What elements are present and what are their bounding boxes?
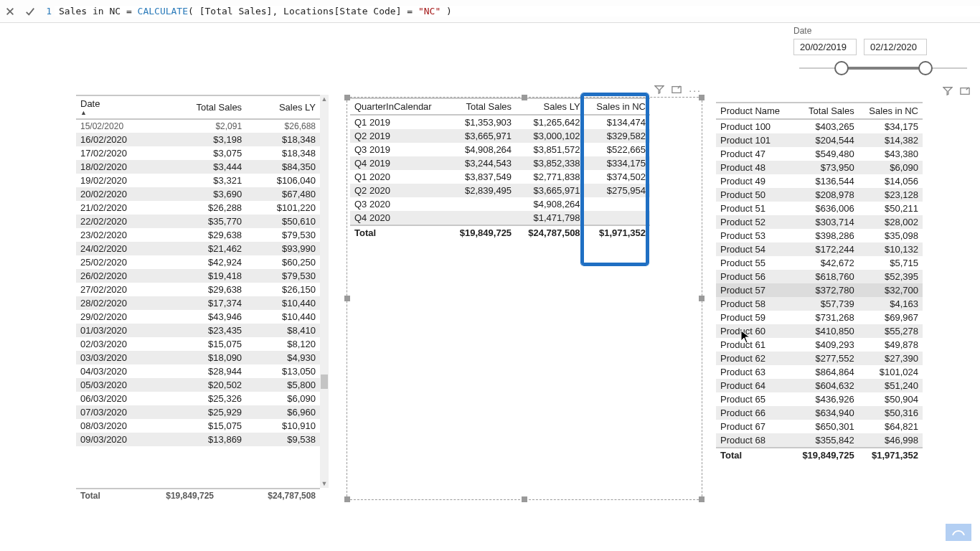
table-row[interactable]: Q1 2020$3,837,549$2,771,838$374,502 — [350, 170, 650, 184]
table-row[interactable]: Product 66$634,940$50,316 — [716, 406, 923, 420]
col-sales-ly[interactable]: Sales LY — [246, 95, 320, 119]
product-table[interactable]: Product Name Total Sales Sales in NC Pro… — [716, 102, 923, 462]
table-row[interactable]: 05/03/2020$20,502$5,800 — [76, 378, 320, 392]
cell-date: 04/03/2020 — [76, 364, 162, 378]
table-row[interactable]: Product 54$172,244$10,132 — [716, 242, 923, 256]
col-total-sales[interactable]: Total Sales — [162, 95, 246, 119]
col-product[interactable]: Product Name — [716, 103, 791, 119]
table-row[interactable]: Product 57$372,780$32,700 — [716, 283, 923, 297]
table-row[interactable]: 01/03/2020$23,435$8,410 — [76, 324, 320, 337]
table-row[interactable]: Product 53$398,286$35,098 — [716, 229, 923, 242]
table-row[interactable]: Q2 2019$3,665,971$3,000,102$329,582 — [350, 129, 650, 143]
focus-icon[interactable] — [672, 85, 682, 97]
table-row[interactable]: 28/02/2020$17,374$10,440 — [76, 296, 320, 310]
table-row[interactable]: 21/02/2020$26,288$101,220 — [76, 201, 320, 215]
table-row[interactable]: Q1 2019$1,353,903$1,265,642$134,474 — [350, 115, 650, 129]
product-table-visual[interactable]: Product Name Total Sales Sales in NC Pro… — [716, 102, 923, 537]
table-row[interactable]: Product 51$636,006$50,211 — [716, 202, 923, 215]
table-row[interactable]: 15/02/2020$2,091$26,688 — [76, 119, 320, 133]
table-row[interactable]: Product 56$618,760$52,395 — [716, 270, 923, 283]
table-row[interactable]: 03/03/2020$18,090$4,930 — [76, 351, 320, 364]
scroll-down-icon[interactable]: ▼ — [320, 479, 329, 488]
report-canvas[interactable]: Date 20/02/2019 02/12/2020 Date▲ Total S… — [0, 23, 980, 551]
table-row[interactable]: 22/02/2020$35,770$50,610 — [76, 215, 320, 228]
table-row[interactable]: 24/02/2020$21,462$93,990 — [76, 242, 320, 255]
date-slicer[interactable]: Date 20/02/2019 02/12/2020 — [793, 26, 973, 77]
col-date[interactable]: Date▲ — [76, 95, 162, 119]
table-row[interactable]: Q2 2020$2,839,495$3,665,971$275,954 — [350, 184, 650, 197]
table-row[interactable]: Product 65$436,926$50,904 — [716, 392, 923, 406]
col-total-sales[interactable]: Total Sales — [448, 98, 517, 115]
table-row[interactable]: Product 59$731,268$69,967 — [716, 311, 923, 324]
slicer-start-input[interactable]: 20/02/2019 — [793, 39, 857, 55]
slicer-handle-start[interactable] — [834, 61, 849, 75]
table-row[interactable]: 20/02/2020$3,690$67,480 — [76, 187, 320, 201]
slicer-handle-end[interactable] — [918, 61, 933, 75]
resize-handle[interactable] — [522, 496, 527, 502]
table-row[interactable]: 07/03/2020$25,929$6,960 — [76, 405, 320, 419]
table-row[interactable]: Product 58$57,739$4,163 — [716, 297, 923, 311]
table-row[interactable]: Product 100$403,265$34,175 — [716, 119, 923, 133]
table-row[interactable]: 06/03/2020$25,326$6,090 — [76, 392, 320, 405]
scroll-up-icon[interactable]: ▲ — [320, 95, 329, 103]
table-row[interactable]: 23/02/2020$29,638$79,530 — [76, 228, 320, 242]
filter-icon[interactable] — [943, 86, 953, 98]
table-row[interactable]: Product 62$277,552$27,390 — [716, 352, 923, 365]
table-row[interactable]: 27/02/2020$29,638$26,150 — [76, 283, 320, 296]
scroll-thumb[interactable] — [321, 375, 328, 389]
table-row[interactable]: Product 49$136,544$14,056 — [716, 174, 923, 188]
table-row[interactable]: Product 55$42,672$5,715 — [716, 256, 923, 270]
table-row[interactable]: Product 52$303,714$28,002 — [716, 215, 923, 229]
col-sales-nc[interactable]: Sales in NC — [859, 103, 923, 119]
table-row[interactable]: Product 60$410,850$55,278 — [716, 324, 923, 338]
table-row[interactable]: Product 68$355,842$46,998 — [716, 433, 923, 448]
table-row[interactable]: Product 67$650,301$64,821 — [716, 420, 923, 433]
cancel-formula-button[interactable] — [0, 0, 20, 23]
table-row[interactable]: 02/03/2020$15,075$8,120 — [76, 337, 320, 351]
slicer-track[interactable] — [799, 60, 967, 77]
table-row[interactable]: 26/02/2020$19,418$79,530 — [76, 269, 320, 283]
table-row[interactable]: 04/03/2020$28,944$13,050 — [76, 364, 320, 378]
table-row[interactable]: Q4 2019$3,244,543$3,852,338$334,175 — [350, 156, 650, 170]
table-row[interactable]: 16/02/2020$3,198$18,348 — [76, 133, 320, 146]
table-row[interactable]: Product 64$604,632$51,240 — [716, 379, 923, 392]
col-sales-ly[interactable]: Sales LY — [516, 98, 585, 115]
table-row[interactable]: Q3 2019$4,908,264$3,851,572$522,665 — [350, 143, 650, 156]
resize-handle[interactable] — [522, 95, 527, 100]
date-table-visual[interactable]: Date▲ Total Sales Sales LY 15/02/2020$2,… — [76, 95, 329, 505]
focus-icon[interactable] — [960, 86, 970, 98]
table-row[interactable]: Product 61$409,293$49,878 — [716, 338, 923, 352]
quarter-table[interactable]: QuarterInCalendar Total Sales Sales LY S… — [350, 98, 650, 240]
table-row[interactable]: 08/03/2020$15,075$10,910 — [76, 419, 320, 433]
resize-handle[interactable] — [699, 296, 705, 301]
table-row[interactable]: 09/03/2020$13,869$9,538 — [76, 433, 320, 446]
cell-date: 20/02/2020 — [76, 187, 162, 201]
slicer-end-input[interactable]: 02/12/2020 — [864, 39, 927, 55]
table-row[interactable]: 25/02/2020$42,924$60,250 — [76, 255, 320, 269]
table-row[interactable]: Q3 2020$4,908,264 — [350, 197, 650, 211]
table-row[interactable]: Product 47$549,480$43,380 — [716, 147, 923, 161]
date-table[interactable]: Date▲ Total Sales Sales LY 15/02/2020$2,… — [76, 95, 320, 446]
col-quarter[interactable]: QuarterInCalendar — [350, 98, 448, 115]
table-row[interactable]: Product 50$208,978$23,128 — [716, 188, 923, 202]
table-row[interactable]: Product 101$204,544$14,382 — [716, 133, 923, 147]
quarter-table-visual[interactable]: ··· QuarterInCalendar Total Sales Sales … — [347, 98, 702, 499]
filter-icon[interactable] — [654, 85, 664, 97]
resize-handle[interactable] — [344, 496, 350, 502]
resize-handle[interactable] — [344, 95, 350, 100]
table-row[interactable]: 18/02/2020$3,444$84,350 — [76, 160, 320, 174]
table-row[interactable]: 19/02/2020$3,321$106,040 — [76, 174, 320, 187]
table-row[interactable]: 17/02/2020$3,075$18,348 — [76, 146, 320, 160]
resize-handle[interactable] — [344, 296, 350, 301]
formula-input[interactable]: Sales in NC = CALCULATE( [Total Sales], … — [55, 6, 980, 17]
more-icon[interactable]: ··· — [689, 85, 702, 97]
resize-handle[interactable] — [699, 496, 705, 502]
table-row[interactable]: Product 48$73,950$6,090 — [716, 161, 923, 174]
table-row[interactable]: 29/02/2020$43,946$10,440 — [76, 310, 320, 324]
table-row[interactable]: Product 63$864,864$101,024 — [716, 365, 923, 379]
col-total-sales[interactable]: Total Sales — [791, 103, 858, 119]
commit-formula-button[interactable] — [20, 0, 40, 23]
table-row[interactable]: Q4 2020$1,471,798 — [350, 211, 650, 225]
scrollbar[interactable]: ▲ ▼ — [320, 95, 329, 488]
col-sales-nc[interactable]: Sales in NC — [585, 98, 650, 115]
